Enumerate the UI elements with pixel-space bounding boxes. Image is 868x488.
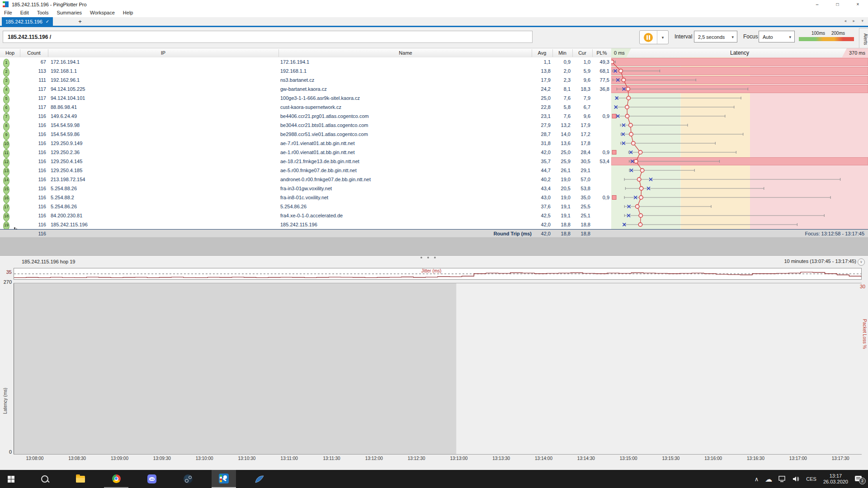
table-row[interactable]: 14116213.198.72.154andronet-0.r00.frnkge… (0, 175, 611, 184)
focus-range-label: Focus: 13:12:58 - 13:17:45 (701, 230, 864, 238)
clock[interactable]: 13:17 26.03.2020 (823, 473, 848, 485)
table-row[interactable]: 611788.86.98.41cust-kaora-supernetwork.c… (0, 103, 611, 112)
target-input[interactable]: 185.242.115.196 / (3, 31, 533, 43)
time-tick-label: 13:14:30 (577, 456, 595, 461)
hop-min: 19,1 (552, 211, 571, 220)
header-count[interactable]: Count (20, 48, 48, 58)
hop-name: ae-7.r01.vienat01.at.bb.gin.ntt.net (280, 139, 355, 148)
new-tab-button[interactable]: + (76, 17, 84, 26)
hop-packet-loss (590, 130, 609, 139)
hidden-icons-chevron-icon[interactable]: ∧ (755, 476, 759, 483)
table-row[interactable]: 8116154.54.59.98be3044.ccr21.bts01.atlas… (0, 121, 611, 130)
hop-count: 111 (20, 75, 46, 84)
hop-avg: 1,1 (532, 57, 551, 66)
language-indicator[interactable]: CES (806, 476, 816, 482)
table-row[interactable]: 10116129.250.9.149ae-7.r01.vienat01.at.b… (0, 139, 611, 148)
table-row[interactable]: 11116129.250.2.36ae-1.r00.vienat01.at.bb… (0, 148, 611, 157)
taskbar-wireshark-icon[interactable] (247, 470, 272, 488)
time-tick-label: 13:13:00 (450, 456, 467, 461)
tab-label: 185.242.115.196 (5, 19, 42, 24)
hop-ip: 149.6.24.49 (51, 112, 77, 121)
table-row[interactable]: 2113192.168.1.1192.168.1.113,82,05,968,1 (0, 66, 611, 75)
menu-item-workspace[interactable]: Workspace (86, 9, 119, 17)
network-icon[interactable] (778, 476, 786, 482)
minimize-button[interactable]: – (807, 0, 827, 9)
menu-item-edit[interactable]: Edit (16, 9, 33, 17)
header-avg[interactable]: Avg (532, 48, 552, 58)
taskbar-pingplotter-icon[interactable] (212, 470, 236, 488)
hop-cur: 17,8 (572, 139, 590, 148)
table-row[interactable]: 9116154.54.59.86be2988.ccr51.vie01.atlas… (0, 130, 611, 139)
hop-packet-loss: 36,8 (590, 84, 609, 94)
hop-packet-loss (590, 211, 609, 220)
chevron-down-circle-icon[interactable]: ∨ (858, 258, 865, 266)
table-row[interactable]: 12116129.250.4.145ae-18.r21.frnkge13.de.… (0, 157, 611, 166)
hop-min: 0,9 (552, 57, 571, 66)
table-row[interactable]: 167172.16.194.1172.16.194.11,10,91,049,3 (0, 57, 611, 66)
header-latency[interactable]: Latency 0 ms 370 ms (611, 48, 868, 58)
timeline-title: 185.242.115.196 hop 19 (22, 259, 75, 264)
summary-row[interactable]: 116 Round Trip (ms) 42,0 18,8 18,8 Focus… (0, 229, 868, 238)
table-row[interactable]: 7116149.6.24.49be4406.ccr21.prg01.atlas.… (0, 112, 611, 121)
menu-item-file[interactable]: File (0, 9, 16, 17)
interval-select[interactable]: 2,5 seconds ▾ (694, 31, 737, 42)
header-hop[interactable]: Hop (0, 48, 20, 58)
hop-packet-loss (590, 202, 609, 211)
maximize-button[interactable]: □ (827, 0, 848, 9)
taskbar-search-icon[interactable] (33, 470, 57, 488)
tab-scroll-icons[interactable]: ◂ ▸ ▾ (844, 19, 866, 23)
header-pl[interactable]: PL% (592, 48, 611, 58)
notifications-icon[interactable]: 2 (854, 475, 863, 483)
hop-count: 116 (20, 184, 46, 193)
splitter-handle-icon[interactable] (420, 257, 436, 258)
focus-label: Focus (743, 33, 758, 40)
header-min[interactable]: Min (552, 48, 572, 58)
table-row[interactable]: 511794.124.104.101100ge3-1-1-666.asr9k-s… (0, 94, 611, 103)
pause-button[interactable] (640, 31, 657, 44)
taskbar-steam-icon[interactable] (176, 470, 200, 488)
taskbar-start-icon[interactable] (0, 470, 23, 488)
hop-ip: 172.16.194.1 (51, 57, 80, 66)
hop-min: 25,9 (552, 157, 571, 166)
pane-splitter[interactable] (0, 237, 868, 255)
pause-dropdown-caret-icon[interactable]: ▾ (657, 31, 668, 44)
header-cur[interactable]: Cur (572, 48, 592, 58)
menu-item-help[interactable]: Help (119, 9, 137, 17)
hop-name: andronet-0.r00.frnkge07.de.bb.gin.ntt.ne… (280, 175, 371, 184)
header-ip[interactable]: IP (48, 48, 278, 58)
taskbar-discord-icon[interactable] (140, 470, 164, 488)
table-row[interactable]: 3111192.162.96.1ns3.bartanet.cz17,92,39,… (0, 75, 611, 84)
hop-avg: 22,8 (532, 103, 551, 112)
table-row[interactable]: 151165.254.88.26fra-in3-01gw.voxility.ne… (0, 184, 611, 193)
table-row[interactable]: 171165.254.86.265.254.86.2637,619,125,5 (0, 202, 611, 211)
hop-name: 100ge3-1-1-666.asr9k-sitel.kaora.cz (280, 94, 360, 103)
taskbar-file-explorer-icon[interactable] (68, 470, 93, 488)
table-row[interactable]: 19116185.242.115.196185.242.115.19642,01… (0, 220, 611, 229)
table-row[interactable]: 411794.124.105.225gw-bartanet.kaora.cz24… (0, 84, 611, 94)
close-button[interactable]: × (848, 0, 868, 9)
hop-cur: 29,1 (572, 166, 590, 175)
menu-item-tools[interactable]: Tools (33, 9, 53, 17)
table-row[interactable]: 13116129.250.4.185ae-5.r00.frnkge07.de.b… (0, 166, 611, 175)
focus-select[interactable]: Auto ▾ (759, 31, 795, 42)
taskbar-chrome-icon[interactable] (104, 470, 128, 488)
hop-ip: 154.54.59.86 (51, 130, 80, 139)
hop-cur: 17,2 (572, 130, 590, 139)
tab-target[interactable]: 185.242.115.196 ✓ (2, 17, 53, 26)
pause-split-button[interactable]: ▾ (639, 30, 669, 44)
timeline-pane: 185.242.115.196 hop 19 10 minutes (13:07… (0, 255, 868, 470)
volume-icon[interactable] (793, 476, 800, 482)
table-row[interactable]: 1811684.200.230.81fra4.xe-0-1-0.accelera… (0, 211, 611, 220)
timeline-graph[interactable]: 250 ms200 ms150 ms100 ms50 ms (14, 283, 862, 455)
hop-packet-loss: 0,9 (590, 193, 609, 202)
alerts-side-tab[interactable]: Alerts (859, 28, 868, 51)
table-row[interactable]: 161165.254.88.2fra-in8-01c.voxility.net4… (0, 193, 611, 202)
hop-name: ae-5.r00.frnkge07.de.bb.gin.ntt.net (280, 166, 357, 175)
header-name[interactable]: Name (278, 48, 533, 58)
notification-badge: 2 (859, 478, 866, 484)
onedrive-icon[interactable]: ☁ (765, 475, 772, 483)
hop-packet-loss (590, 166, 609, 175)
menu-item-summaries[interactable]: Summaries (52, 9, 86, 17)
hop-min: 8,1 (552, 84, 571, 94)
timeline-range-select[interactable]: 10 minutes (13:07:45 - 13:17:45) (784, 258, 856, 264)
